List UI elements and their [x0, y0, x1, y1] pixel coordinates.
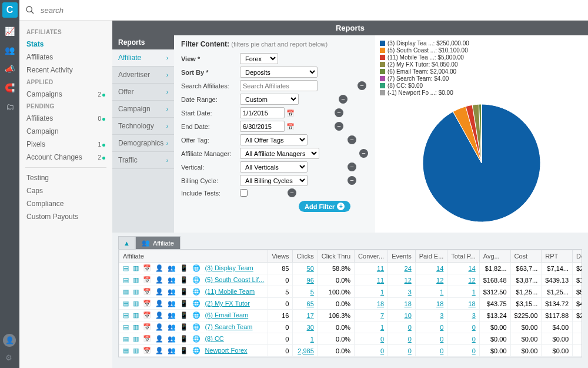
row-action-icons[interactable]: ▤ ▥ 📅 👤 👥 📱 🌐	[123, 288, 205, 295]
sidebar-item-stats[interactable]: Stats	[19, 38, 112, 51]
sidebar-item-pixels[interactable]: Pixels1	[19, 138, 112, 151]
megaphone-icon[interactable]: 📣	[5, 64, 15, 74]
filter-select[interactable]: All Billing Cycles	[240, 175, 308, 186]
filter-select[interactable]: All Affiliate Managers	[240, 148, 319, 159]
sidebar-item-affiliates[interactable]: Affiliates	[19, 51, 112, 64]
cell-link[interactable]: 1	[472, 289, 476, 296]
cell-link[interactable]: 18	[436, 300, 443, 307]
cell-link[interactable]: 18	[377, 300, 384, 307]
remove-filter-button[interactable]: −	[358, 81, 366, 90]
affiliate-tab[interactable]: 👥 Affiliate	[135, 236, 181, 249]
cell-link[interactable]: 0	[440, 324, 443, 331]
cell-link[interactable]: 17	[307, 312, 314, 319]
include-tests-checkbox[interactable]	[240, 189, 248, 197]
remove-filter-button[interactable]: −	[288, 188, 296, 197]
remove-filter-button[interactable]: −	[335, 108, 343, 117]
row-action-icons[interactable]: ▤ ▥ 📅 👤 👥 📱 🌐	[123, 323, 205, 330]
report-tab-campaign[interactable]: Campaign›	[112, 101, 174, 118]
user-avatar[interactable]: 👤	[3, 334, 16, 347]
remove-filter-button[interactable]: −	[335, 122, 343, 131]
remove-filter-button[interactable]: −	[359, 149, 368, 158]
magnet-icon[interactable]: 🧲	[5, 82, 15, 93]
affiliate-link[interactable]: (3) Display Team	[205, 264, 253, 271]
filter-select[interactable]: Custom	[240, 94, 299, 105]
sidebar-item-affiliates[interactable]: Affiliates0	[19, 112, 112, 125]
row-action-icons[interactable]: ▤ ▥ 📅 👤 👥 📱 🌐	[123, 335, 205, 342]
cell-link[interactable]: 0	[440, 336, 443, 343]
remove-filter-button[interactable]: −	[348, 163, 356, 171]
cell-link[interactable]: 11	[377, 265, 384, 272]
cell-link[interactable]: 5	[310, 289, 314, 296]
cell-link[interactable]: 0	[472, 336, 476, 343]
filter-text[interactable]	[240, 80, 318, 91]
column-header[interactable]: Events	[388, 250, 416, 263]
cell-link[interactable]: 1	[440, 289, 443, 296]
filter-select[interactable]: All Offer Tags	[240, 134, 308, 145]
sidebar-item-recent-activity[interactable]: Recent Activity	[19, 64, 112, 77]
column-header[interactable]: Affiliate	[119, 250, 268, 263]
sidebar-item-testing[interactable]: Testing	[19, 171, 112, 184]
sidebar-item-account-changes[interactable]: Account Changes2	[19, 151, 112, 164]
report-tab-demographics[interactable]: Demographics›	[112, 135, 174, 152]
cell-link[interactable]: 0	[380, 347, 384, 354]
remove-filter-button[interactable]: −	[348, 176, 356, 185]
cell-link[interactable]: 0	[408, 336, 412, 343]
column-header[interactable]: Conver...	[355, 250, 388, 263]
cell-link[interactable]: 12	[405, 277, 412, 284]
filter-select[interactable]: Deposits	[240, 67, 318, 78]
column-header[interactable]: Views	[268, 250, 293, 263]
cell-link[interactable]: 96	[307, 277, 314, 284]
report-tab-advertiser[interactable]: Advertiser›	[112, 67, 174, 84]
sidebar-item-custom-payouts[interactable]: Custom Payouts	[19, 210, 112, 223]
row-action-icons[interactable]: ▤ ▥ 📅 👤 👥 📱 🌐	[123, 347, 205, 354]
users-icon[interactable]: 👥	[5, 45, 15, 55]
cell-link[interactable]: 14	[436, 265, 443, 272]
add-filter-button[interactable]: Add Filter +	[299, 201, 350, 212]
report-tab-offer[interactable]: Offer›	[112, 84, 174, 101]
cell-link[interactable]: 11	[377, 277, 384, 284]
cell-link[interactable]: 14	[469, 265, 476, 272]
calendar-icon[interactable]: 📅	[286, 110, 295, 117]
cell-link[interactable]: 30	[307, 324, 314, 331]
cell-link[interactable]: 10	[405, 312, 412, 319]
remove-filter-button[interactable]: −	[348, 135, 356, 144]
calculator-icon[interactable]: 🗂	[5, 101, 15, 112]
affiliate-link[interactable]: (11) Mobile Team	[205, 288, 255, 295]
cell-link[interactable]: 0	[408, 324, 412, 331]
affiliate-link[interactable]: (5) South Coast Lif...	[205, 276, 264, 283]
sidebar-item-caps[interactable]: Caps	[19, 184, 112, 197]
collapse-tab[interactable]: ▲	[118, 236, 135, 249]
cell-link[interactable]: 1	[380, 324, 384, 331]
cell-link[interactable]: 24	[405, 265, 412, 272]
filter-select[interactable]: All Verticals	[240, 161, 308, 173]
column-header[interactable]: Clicks	[293, 250, 318, 263]
cell-link[interactable]: 2,985	[298, 347, 314, 354]
cell-link[interactable]: 18	[469, 300, 476, 307]
cell-link[interactable]: 50	[307, 265, 314, 272]
row-action-icons[interactable]: ▤ ▥ 📅 👤 👥 📱 🌐	[123, 300, 205, 307]
row-action-icons[interactable]: ▤ ▥ 📅 👤 👥 📱 🌐	[123, 264, 205, 271]
sidebar-item-compliance[interactable]: Compliance	[19, 197, 112, 210]
cell-link[interactable]: 3	[440, 312, 443, 319]
cell-link[interactable]: 12	[469, 277, 476, 284]
cell-link[interactable]: 0	[380, 336, 384, 343]
search-input[interactable]	[38, 4, 215, 17]
affiliate-link[interactable]: (8) CC	[205, 335, 223, 342]
cell-link[interactable]: 0	[472, 324, 476, 331]
sidebar-item-campaigns[interactable]: Campaigns2	[19, 88, 112, 101]
cell-link[interactable]: 3	[408, 289, 412, 296]
date-input[interactable]	[240, 121, 285, 132]
report-tab-traffic[interactable]: Traffic›	[112, 152, 174, 169]
column-header[interactable]: RPT	[542, 250, 573, 263]
cell-link[interactable]: 3	[472, 312, 476, 319]
cell-link[interactable]: 18	[405, 300, 412, 307]
calendar-icon[interactable]: 📅	[286, 123, 295, 130]
settings-icon[interactable]: ⚙	[5, 353, 12, 362]
cell-link[interactable]: 7	[380, 312, 384, 319]
cell-link[interactable]: 0	[472, 347, 476, 354]
report-tab-affiliate[interactable]: Affiliate›	[112, 49, 174, 67]
column-header[interactable]: De...	[573, 250, 582, 263]
column-header[interactable]: Cost	[510, 250, 542, 263]
cell-link[interactable]: 1	[310, 336, 314, 343]
cell-link[interactable]: 1	[380, 289, 384, 296]
